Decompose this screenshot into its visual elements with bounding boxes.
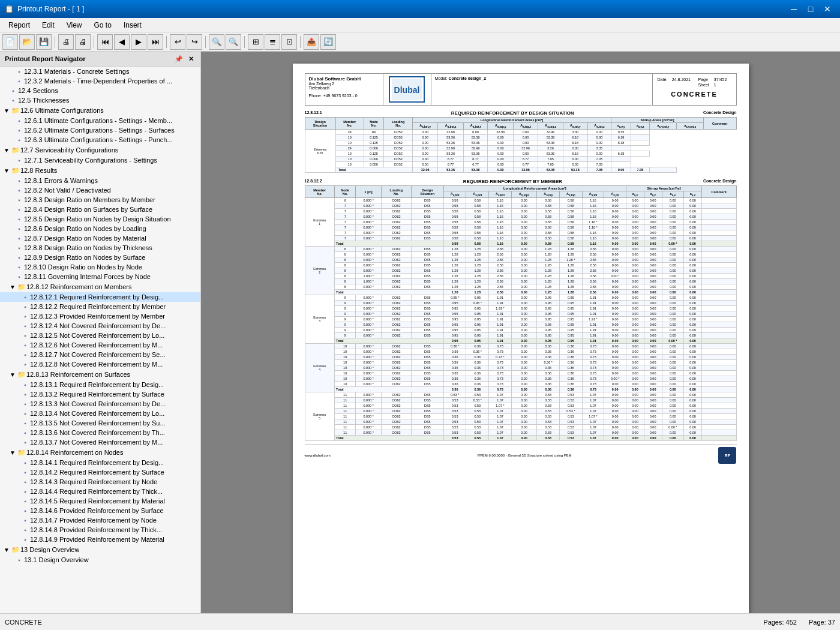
- sidebar-item-128135[interactable]: ▪ 12.8.13.5 Not Covered Reinforcement by…: [0, 418, 200, 428]
- sidebar-item-12811[interactable]: ▪ 12.8.11 Governing Internal Forces by N…: [0, 272, 200, 281]
- sidebar-item-1281[interactable]: ▪ 12.8.1 Errors & Warnings: [0, 176, 200, 185]
- fit-width-button[interactable]: ≣: [265, 34, 280, 50]
- sidebar-item-1261[interactable]: ▪ 12.6.1 Ultimate Configurations - Setti…: [0, 116, 200, 125]
- table-row: 70.000 *CO62DS50.580.581.160.000.580.581…: [305, 236, 736, 241]
- doc-icon: ▪: [20, 488, 30, 495]
- sidebar-item-1285[interactable]: ▪ 12.8.5 Design Ratio on Nodes by Design…: [0, 214, 200, 224]
- open-button[interactable]: 📂: [19, 34, 35, 50]
- sidebar-item-124[interactable]: ▪ 12.4 Sections: [0, 86, 200, 95]
- zoom-in-button[interactable]: 🔍: [226, 34, 241, 50]
- print-button[interactable]: 🖨: [58, 34, 74, 50]
- sidebar-item-128133[interactable]: ▪ 12.8.13.3 Not Covered Reinforcement by…: [0, 399, 200, 409]
- close-button[interactable]: ✕: [820, 3, 835, 15]
- sidebar-item-128125[interactable]: ▪ 12.8.12.5 Not Covered Reinforcement by…: [0, 331, 200, 340]
- sidebar-item-127[interactable]: ▼ 📁 12.7 Serviceability Configurations: [0, 145, 200, 155]
- sidebar-item-125[interactable]: ▪ 12.5 Thicknesses: [0, 95, 200, 105]
- menu-insert[interactable]: Insert: [118, 20, 148, 31]
- sidebar-item-128145[interactable]: ▪ 12.8.14.5 Required Reinforcement by Ma…: [0, 496, 200, 506]
- export-button[interactable]: 📤: [304, 34, 319, 50]
- page-label: Page: [698, 77, 712, 82]
- sidebar-item-128121[interactable]: ▪ 12.8.12.1 Required Reinforcement by De…: [0, 292, 200, 302]
- sidebar-item-1232[interactable]: ▪ 12.3.2 Materials - Time-Dependent Prop…: [0, 76, 200, 86]
- sidebar-item-128132[interactable]: ▪ 12.8.13.2 Required Reinforcement by Su…: [0, 389, 200, 399]
- sidebar-item-128134[interactable]: ▪ 12.8.13.4 Not Covered Reinforcement by…: [0, 409, 200, 418]
- refresh-button[interactable]: 🔄: [320, 34, 336, 50]
- sheet-label: Sheet: [698, 83, 712, 87]
- back-button[interactable]: ↩: [170, 34, 185, 50]
- save-button[interactable]: 💾: [36, 34, 52, 50]
- table-row: 70.000 *CO62DS50.580.581.160.000.580.581…: [305, 209, 736, 214]
- sidebar-close-button[interactable]: ✕: [186, 54, 196, 64]
- sidebar-item-131[interactable]: ▪ 13.1 Design Overview: [0, 555, 200, 565]
- sidebar-tree: ▪ 12.3.1 Materials - Concrete Settings ▪…: [0, 67, 200, 565]
- sidebar-item-128142[interactable]: ▪ 12.8.14.2 Required Reinforcement by Su…: [0, 467, 200, 477]
- sidebar[interactable]: Printout Report Navigator 📌 ✕ ▪ 12.3.1 M…: [0, 52, 201, 613]
- model-name: Concrete design_2: [448, 76, 486, 80]
- expand-icon: ▼: [2, 146, 11, 154]
- sidebar-item-12814g[interactable]: ▼ 📁 12.8.14 Reinforcement on Nodes: [0, 447, 200, 458]
- sidebar-item-128137[interactable]: ▪ 12.8.13.7 Not Covered Reinforcement by…: [0, 437, 200, 447]
- sidebar-item-12810[interactable]: ▪ 12.8.10 Design Ratio on Nodes by Node: [0, 262, 200, 272]
- sidebar-item-128146[interactable]: ▪ 12.8.14.6 Provided Reinforcement by Su…: [0, 506, 200, 515]
- content-area[interactable]: Dlubal Software GmbH Am Zellweg 2 Tiefen…: [201, 52, 840, 613]
- sidebar-item-1282[interactable]: ▪ 12.8.2 Not Valid / Deactivated: [0, 185, 200, 195]
- table-row: 80.000 *CO62DS51.281.282.560.001.281.28 …: [305, 257, 736, 263]
- sidebar-item-12813g[interactable]: ▼ 📁 12.8.13 Reinforcement on Surfaces: [0, 369, 200, 380]
- sidebar-item-128124[interactable]: ▪ 12.8.12.4 Not Covered Reinforcement by…: [0, 321, 200, 331]
- folder-icon: 📁: [11, 107, 20, 114]
- prev-page-button[interactable]: ◀: [114, 34, 130, 50]
- next-page-button[interactable]: ▶: [131, 34, 146, 50]
- sidebar-item-128128[interactable]: ▪ 12.8.12.8 Not Covered Reinforcement by…: [0, 359, 200, 369]
- sidebar-item-128148[interactable]: ▪ 12.8.14.8 Provided Reinforcement by Th…: [0, 525, 200, 535]
- first-page-button[interactable]: ⏮: [97, 34, 113, 50]
- sidebar-item-1287[interactable]: ▪ 12.8.7 Design Ratio on Nodes by Materi…: [0, 233, 200, 243]
- table-row: 90.000 *CO62DS50.950.95 *1.910.000.950.9…: [305, 301, 736, 306]
- fit-page-button[interactable]: ⊞: [248, 34, 263, 50]
- sidebar-item-1286[interactable]: ▪ 12.8.6 Design Ratio on Nodes by Loadin…: [0, 224, 200, 233]
- sidebar-item-1289[interactable]: ▪ 12.8.9 Design Ratio on Nodes by Surfac…: [0, 253, 200, 262]
- folder-icon: 📁: [11, 146, 20, 154]
- minimize-button[interactable]: ─: [786, 3, 802, 15]
- menu-view[interactable]: View: [61, 20, 88, 31]
- sidebar-item-128143[interactable]: ▪ 12.8.14.3 Required Reinforcement by No…: [0, 477, 200, 487]
- sidebar-item-128141[interactable]: ▪ 12.8.14.1 Required Reinforcement by De…: [0, 458, 200, 467]
- menu-goto[interactable]: Go to: [88, 20, 118, 31]
- sidebar-item-128127[interactable]: ▪ 12.8.12.7 Not Covered Reinforcement by…: [0, 350, 200, 359]
- sidebar-item-128126[interactable]: ▪ 12.8.12.6 Not Covered Reinforcement by…: [0, 340, 200, 350]
- doc-icon: ▪: [20, 478, 30, 485]
- sidebar-item-1263[interactable]: ▪ 12.6.3 Ultimate Configurations - Setti…: [0, 135, 200, 145]
- sidebar-item-1262[interactable]: ▪ 12.6.2 Ultimate Configurations - Setti…: [0, 125, 200, 135]
- doc-icon: ▪: [14, 136, 24, 143]
- sidebar-pin-button[interactable]: 📌: [174, 54, 184, 64]
- sidebar-item-128131[interactable]: ▪ 12.8.13.1 Required Reinforcement by De…: [0, 380, 200, 389]
- table-row: 240.000CO520.0032.9632.960.0032.963.260.…: [305, 146, 736, 151]
- sidebar-item-1283[interactable]: ▪ 12.8.3 Design Ratio on Members by Memb…: [0, 195, 200, 205]
- separator-6: [300, 36, 301, 48]
- sidebar-item-128[interactable]: ▼ 📁 12.8 Results: [0, 165, 200, 176]
- forward-button[interactable]: ↪: [187, 34, 202, 50]
- sidebar-item-128136[interactable]: ▪ 12.8.13.6 Not Covered Reinforcement by…: [0, 428, 200, 437]
- maximize-button[interactable]: □: [803, 3, 818, 15]
- print2-button[interactable]: 🖨: [75, 34, 91, 50]
- sidebar-item-1288[interactable]: ▪ 12.8.8 Design Ratio on Nodes by Thickn…: [0, 243, 200, 253]
- table-row: 80.000 *CO62DS51.281.282.560.001.281.282…: [305, 268, 736, 274]
- sidebar-item-13g[interactable]: ▼ 📁 13 Design Overview: [0, 544, 200, 555]
- select-button[interactable]: ⊡: [281, 34, 297, 50]
- last-page-button[interactable]: ⏭: [148, 34, 163, 50]
- sidebar-item-1284[interactable]: ▪ 12.8.4 Design Ratio on Surfaces by Sur…: [0, 205, 200, 214]
- sidebar-item-1231[interactable]: ▪ 12.3.1 Materials - Concrete Settings: [0, 67, 200, 76]
- section2-title: REQUIRED REINFORCEMENT BY MEMBER: [322, 179, 703, 184]
- sidebar-item-128123[interactable]: ▪ 12.8.12.3 Provided Reinforcement by Me…: [0, 311, 200, 321]
- menu-report[interactable]: Report: [2, 20, 36, 31]
- sidebar-item-1271[interactable]: ▪ 12.7.1 Serviceability Configurations -…: [0, 155, 200, 165]
- sidebar-item-128147[interactable]: ▪ 12.8.14.7 Provided Reinforcement by No…: [0, 515, 200, 525]
- new-button[interactable]: 📄: [2, 34, 18, 50]
- menu-edit[interactable]: Edit: [36, 20, 61, 31]
- sidebar-item-12812g[interactable]: ▼ 📁 12.8.12 Reinforcement on Members: [0, 281, 200, 292]
- zoom-out-button[interactable]: 🔍: [209, 34, 224, 50]
- sidebar-item-126[interactable]: ▼ 📁 12.6 Ultimate Configurations: [0, 105, 200, 116]
- sidebar-item-128122[interactable]: ▪ 12.8.12.2 Required Reinforcement by Me…: [0, 302, 200, 311]
- sidebar-item-128149[interactable]: ▪ 12.8.14.9 Provided Reinforcement by Ma…: [0, 535, 200, 544]
- doc-icon: ▪: [14, 187, 24, 194]
- sidebar-item-128144[interactable]: ▪ 12.8.14.4 Required Reinforcement by Th…: [0, 487, 200, 496]
